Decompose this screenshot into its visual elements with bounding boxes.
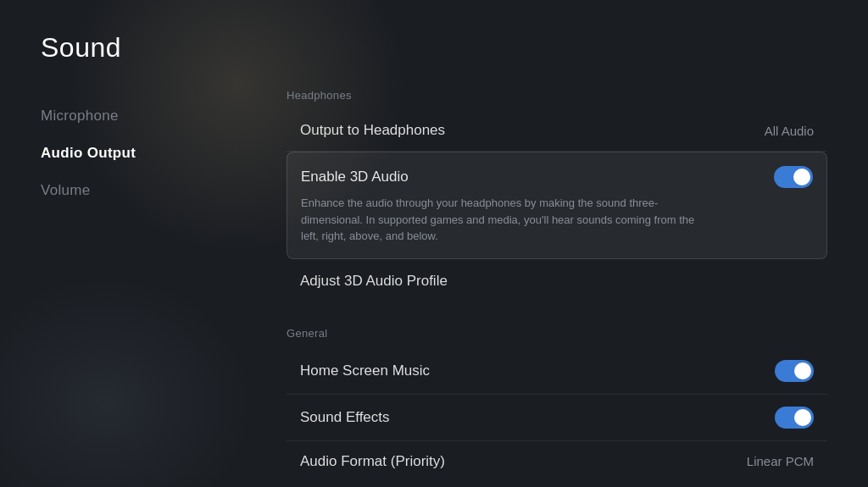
headphones-section: Headphones Output to Headphones All Audi…: [287, 89, 827, 302]
enable-3d-audio-title: Enable 3D Audio: [301, 169, 409, 185]
enable-3d-audio-toggle[interactable]: [774, 166, 813, 188]
sound-effects-label: Sound Effects: [300, 409, 390, 426]
content-area: Headphones Output to Headphones All Audi…: [278, 89, 827, 482]
adjust-3d-audio-profile-row[interactable]: Adjust 3D Audio Profile: [287, 261, 827, 302]
general-section-label: General: [287, 327, 827, 340]
output-to-headphones-label: Output to Headphones: [300, 122, 445, 139]
sidebar-item-audio-output[interactable]: Audio Output: [41, 135, 278, 172]
toggle-track: [774, 166, 813, 188]
settings-page: Sound Microphone Audio Output Volume Hea…: [0, 0, 868, 487]
main-layout: Microphone Audio Output Volume Headphone…: [41, 89, 827, 482]
output-to-headphones-row[interactable]: Output to Headphones All Audio: [287, 110, 827, 152]
home-screen-music-thumb: [794, 362, 811, 379]
general-rows: Home Screen Music Sound Effects: [287, 348, 827, 482]
sound-effects-row[interactable]: Sound Effects: [287, 395, 827, 441]
enable-3d-audio-card: Enable 3D Audio Enhance the audio throug…: [287, 152, 827, 259]
sidebar: Microphone Audio Output Volume: [41, 89, 278, 482]
home-screen-music-toggle[interactable]: [775, 360, 814, 382]
enable-3d-audio-description: Enhance the audio through your headphone…: [301, 195, 708, 245]
audio-format-value: Linear PCM: [747, 454, 814, 468]
adjust-3d-audio-profile-label: Adjust 3D Audio Profile: [300, 273, 448, 290]
toggle-thumb: [793, 169, 810, 185]
sidebar-item-microphone[interactable]: Microphone: [41, 97, 278, 135]
page-title: Sound: [41, 32, 827, 64]
audio-format-label: Audio Format (Priority): [300, 453, 445, 470]
sidebar-item-volume[interactable]: Volume: [41, 172, 278, 209]
headphones-section-label: Headphones: [287, 89, 827, 102]
output-to-headphones-value: All Audio: [765, 124, 814, 138]
audio-format-row[interactable]: Audio Format (Priority) Linear PCM: [287, 441, 827, 482]
general-section: General Home Screen Music Sound Effe: [287, 327, 827, 482]
sound-effects-toggle[interactable]: [775, 407, 814, 429]
sound-effects-track: [775, 407, 814, 429]
sound-effects-thumb: [794, 409, 811, 426]
home-screen-music-track: [775, 360, 814, 382]
enable-3d-audio-header: Enable 3D Audio: [301, 166, 813, 188]
home-screen-music-label: Home Screen Music: [300, 362, 430, 379]
home-screen-music-row[interactable]: Home Screen Music: [287, 348, 827, 395]
